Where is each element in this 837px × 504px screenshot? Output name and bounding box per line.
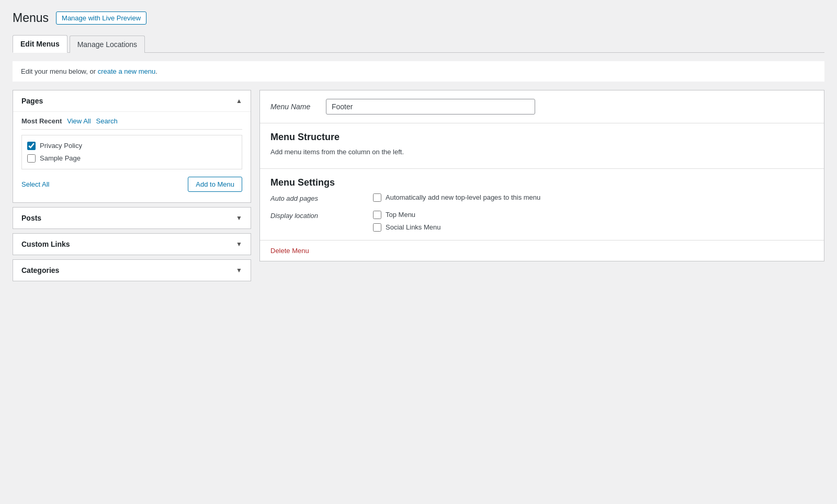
categories-section-header[interactable]: Categories bbox=[13, 260, 251, 281]
add-to-menu-button[interactable]: Add to Menu bbox=[188, 177, 242, 192]
categories-section: Categories bbox=[13, 259, 251, 281]
display-location-options: Top Menu Social Links Menu bbox=[373, 211, 813, 232]
menu-settings-section: Menu Settings Auto add pages Automatical… bbox=[260, 169, 824, 240]
pages-section: Pages Most Recent View All Search Pri bbox=[13, 90, 251, 203]
page-title: Menus bbox=[13, 10, 49, 26]
left-panel: Pages Most Recent View All Search Pri bbox=[13, 90, 251, 281]
tab-manage-locations[interactable]: Manage Locations bbox=[70, 36, 145, 53]
posts-section-header[interactable]: Posts bbox=[13, 208, 251, 228]
pages-section-header[interactable]: Pages bbox=[13, 90, 251, 111]
pages-subtabs: Most Recent View All Search bbox=[21, 112, 242, 130]
menu-settings-grid: Auto add pages Automatically add new top… bbox=[270, 193, 813, 232]
display-location-label: Display location bbox=[270, 211, 365, 232]
main-layout: Pages Most Recent View All Search Pri bbox=[13, 90, 824, 281]
custom-links-chevron-icon bbox=[236, 240, 242, 248]
subtab-search[interactable]: Search bbox=[96, 117, 123, 125]
categories-chevron-icon bbox=[236, 267, 242, 274]
page-wrapper: Menus Manage with Live Preview Edit Menu… bbox=[0, 0, 837, 504]
delete-menu-row: Delete Menu bbox=[260, 240, 824, 261]
pages-section-body: Most Recent View All Search Privacy Poli… bbox=[13, 111, 251, 202]
menu-settings-title: Menu Settings bbox=[270, 177, 813, 188]
custom-links-section: Custom Links bbox=[13, 233, 251, 255]
list-item: Privacy Policy bbox=[26, 140, 237, 152]
custom-links-section-title: Custom Links bbox=[21, 240, 70, 248]
top-menu-option: Top Menu bbox=[373, 211, 813, 219]
menu-structure-section: Menu Structure Add menu items from the c… bbox=[260, 123, 824, 169]
auto-add-pages-label: Auto add pages bbox=[270, 193, 365, 202]
posts-section: Posts bbox=[13, 207, 251, 229]
sample-page-checkbox[interactable] bbox=[27, 154, 36, 163]
tab-edit-menus[interactable]: Edit Menus bbox=[13, 35, 67, 53]
notice-bar: Edit your menu below, or create a new me… bbox=[13, 61, 824, 82]
posts-section-title: Posts bbox=[21, 214, 41, 222]
auto-add-pages-option-label: Automatically add new top-level pages to… bbox=[386, 193, 540, 201]
top-menu-label: Top Menu bbox=[386, 211, 415, 219]
social-links-menu-label: Social Links Menu bbox=[386, 223, 441, 231]
pages-list: Privacy Policy Sample Page bbox=[21, 135, 242, 169]
menu-name-input[interactable] bbox=[326, 99, 535, 114]
top-menu-checkbox[interactable] bbox=[373, 211, 381, 219]
auto-add-pages-option: Automatically add new top-level pages to… bbox=[373, 193, 813, 202]
menu-name-row: Menu Name bbox=[260, 90, 824, 123]
menu-structure-title: Menu Structure bbox=[270, 132, 813, 143]
subtab-view-all[interactable]: View All bbox=[67, 117, 96, 125]
live-preview-button[interactable]: Manage with Live Preview bbox=[56, 12, 146, 25]
auto-add-pages-options: Automatically add new top-level pages to… bbox=[373, 193, 813, 202]
notice-text-before: Edit your menu below, or bbox=[21, 67, 98, 75]
tabs-wrapper: Edit Menus Manage Locations bbox=[13, 35, 824, 53]
privacy-policy-label: Privacy Policy bbox=[40, 142, 82, 150]
create-new-menu-link[interactable]: create a new menu bbox=[98, 67, 156, 75]
menu-name-label: Menu Name bbox=[270, 102, 318, 111]
subtab-most-recent[interactable]: Most Recent bbox=[21, 117, 67, 125]
pages-footer: Select All Add to Menu bbox=[21, 175, 242, 194]
page-header: Menus Manage with Live Preview bbox=[13, 10, 824, 26]
privacy-policy-checkbox[interactable] bbox=[27, 142, 36, 150]
social-links-menu-option: Social Links Menu bbox=[373, 223, 813, 232]
list-item: Sample Page bbox=[26, 152, 237, 165]
social-links-menu-checkbox[interactable] bbox=[373, 223, 381, 232]
posts-chevron-icon bbox=[236, 214, 242, 222]
select-all-link[interactable]: Select All bbox=[21, 180, 49, 188]
notice-text-after: . bbox=[155, 67, 157, 75]
pages-chevron-icon bbox=[236, 97, 242, 105]
custom-links-section-header[interactable]: Custom Links bbox=[13, 234, 251, 255]
sample-page-label: Sample Page bbox=[40, 154, 81, 162]
menu-structure-subtitle: Add menu items from the column on the le… bbox=[270, 148, 813, 156]
right-panel: Menu Name Menu Structure Add menu items … bbox=[259, 90, 824, 261]
delete-menu-link[interactable]: Delete Menu bbox=[260, 240, 320, 261]
auto-add-pages-checkbox[interactable] bbox=[373, 193, 381, 202]
pages-section-title: Pages bbox=[21, 97, 43, 105]
categories-section-title: Categories bbox=[21, 266, 59, 274]
